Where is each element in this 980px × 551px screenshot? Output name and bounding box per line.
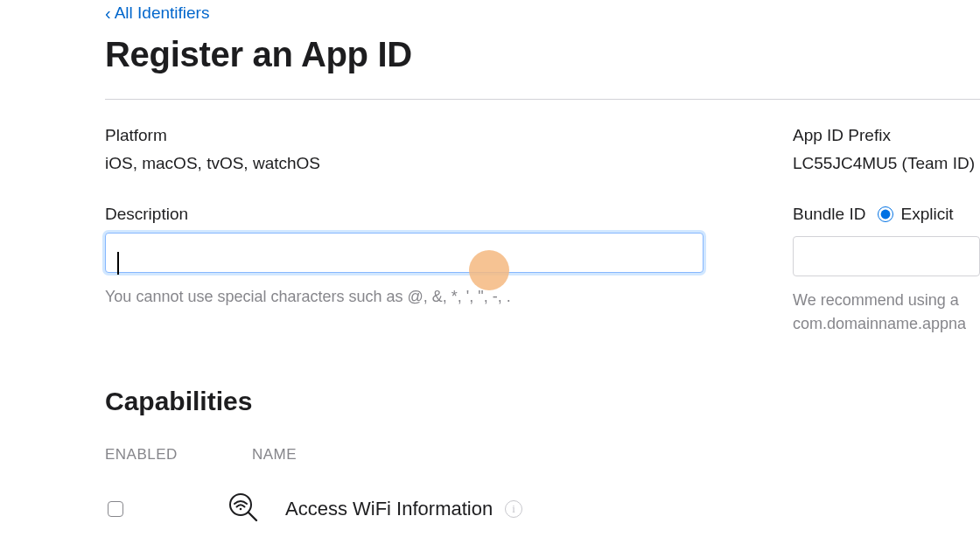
capabilities-table-header: ENABLED NAME xyxy=(105,446,980,464)
bundle-label: Bundle ID xyxy=(793,205,865,224)
svg-point-1 xyxy=(240,508,242,511)
platform-value: iOS, macOS, tvOS, watchOS xyxy=(105,154,709,173)
info-icon[interactable]: i xyxy=(505,500,522,518)
back-to-identifiers-link[interactable]: ‹ All Identifiers xyxy=(105,3,209,23)
wifi-search-icon xyxy=(226,490,261,528)
col-enabled: ENABLED xyxy=(105,446,189,464)
bundle-field: Bundle ID Explicit We recommend using a … xyxy=(793,205,980,336)
description-label: Description xyxy=(105,205,709,224)
capability-row: Access WiFi Information i xyxy=(105,490,980,528)
svg-line-2 xyxy=(248,513,256,520)
divider xyxy=(105,99,980,100)
prefix-label: App ID Prefix xyxy=(793,126,980,145)
capabilities-title: Capabilities xyxy=(105,387,980,416)
bundle-id-input[interactable] xyxy=(793,236,980,276)
prefix-value: LC55JC4MU5 (Team ID) xyxy=(793,154,980,173)
back-link-label: All Identifiers xyxy=(115,3,210,23)
description-help: You cannot use special characters such a… xyxy=(105,285,709,309)
col-name: NAME xyxy=(252,446,297,464)
bundle-explicit-radio[interactable] xyxy=(878,206,893,222)
bundle-explicit-label: Explicit xyxy=(900,205,953,224)
capability-name: Access WiFi Information xyxy=(285,498,493,520)
chevron-left-icon: ‹ xyxy=(105,4,111,22)
bundle-help: We recommend using a com.domainname.appn… xyxy=(793,289,980,336)
platform-label: Platform xyxy=(105,126,709,145)
form-row: Platform iOS, macOS, tvOS, watchOS Descr… xyxy=(105,126,980,336)
prefix-field: App ID Prefix LC55JC4MU5 (Team ID) xyxy=(793,126,980,173)
description-field: Description You cannot use special chara… xyxy=(105,205,709,309)
description-input[interactable] xyxy=(105,233,704,273)
capability-enable-checkbox[interactable] xyxy=(108,501,123,517)
page-title: Register an App ID xyxy=(105,35,980,74)
platform-field: Platform iOS, macOS, tvOS, watchOS xyxy=(105,126,709,173)
